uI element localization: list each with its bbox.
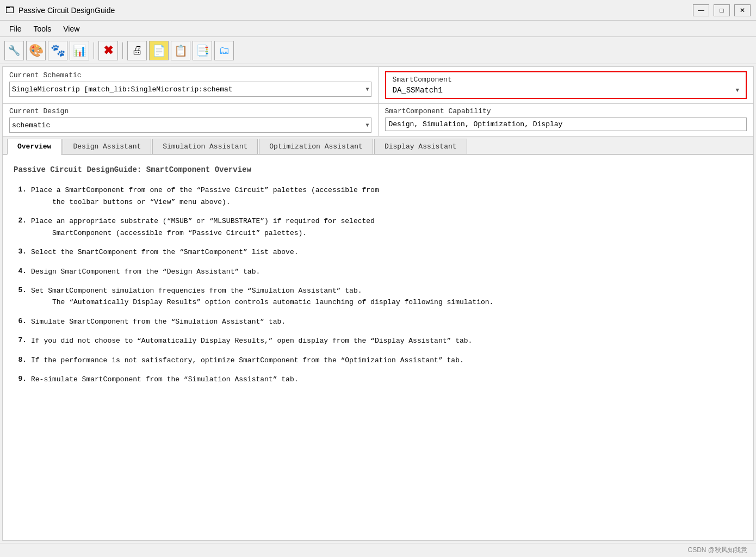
close-button[interactable]: ✕: [734, 4, 751, 16]
capability-section: SmartComponent Capability Design, Simula…: [379, 104, 754, 136]
menu-bar: File Tools View: [0, 21, 756, 37]
tab-display-assistant[interactable]: Display Assistant: [374, 139, 467, 154]
list-item: 8. If the performance is not satisfactor…: [14, 355, 742, 366]
list-text: Place a SmartComponent from one of the “…: [31, 184, 742, 208]
main-content: Current Schematic SingleMicrostrip [matc…: [2, 66, 754, 541]
toolbar-separator-2: [122, 42, 123, 59]
list-item: 1. Place a SmartComponent from one of th…: [14, 184, 742, 208]
design-select-wrapper: schematic: [9, 117, 371, 133]
capability-label: SmartComponent Capability: [385, 107, 747, 115]
delete-button[interactable]: ✖: [98, 41, 118, 60]
menu-view[interactable]: View: [58, 22, 84, 35]
schematic-section: Current Schematic SingleMicrostrip [matc…: [3, 67, 379, 103]
list-item: 7. If you did not choose to “Automatical…: [14, 335, 742, 346]
footer-watermark: CSDN @秋风知我意: [687, 546, 747, 554]
list-item: 2. Place an appropriate substrate (“MSUB…: [14, 215, 742, 239]
footer: CSDN @秋风知我意: [0, 543, 756, 557]
list-num: 5.: [14, 285, 27, 308]
list-item: 3. Select the SmartComponent from the “S…: [14, 246, 742, 258]
tab-optimization-assistant[interactable]: Optimization Assistant: [259, 139, 373, 154]
list-text: Set SmartComponent simulation frequencie…: [31, 285, 742, 308]
list-text: Design SmartComponent from the “Design A…: [31, 266, 742, 277]
design-select[interactable]: schematic: [9, 117, 371, 133]
maximize-button[interactable]: □: [714, 4, 730, 16]
title-bar-left: 🗔 Passive Circuit DesignGuide: [5, 5, 115, 15]
tab-design-assistant[interactable]: Design Assistant: [63, 139, 151, 154]
title-bar-controls: — □ ✕: [693, 4, 751, 16]
list-text: Re-simulate SmartComponent from the “Sim…: [31, 374, 742, 385]
tab-overview[interactable]: Overview: [7, 139, 61, 155]
minimize-button[interactable]: —: [693, 4, 709, 16]
design-section: Current Design schematic: [3, 104, 379, 136]
list-num: 2.: [14, 215, 27, 239]
app-icon: 🗔: [5, 5, 14, 15]
palette2-button[interactable]: 🐾: [48, 41, 67, 60]
list-num: 7.: [14, 335, 27, 346]
list-item: 4. Design SmartComponent from the “Desig…: [14, 266, 742, 277]
list-num: 4.: [14, 266, 27, 277]
palette-button[interactable]: 🎨: [26, 41, 46, 60]
schematic-label: Current Schematic: [9, 71, 371, 79]
toolbar: 🔧 🎨 🐾 📊 ✖ 🖨 📄 📋 📑 🗂: [0, 37, 756, 64]
smart-component-label: SmartComponent: [393, 76, 740, 84]
window-title: Passive Circuit DesignGuide: [18, 6, 115, 15]
content-title: Passive Circuit DesignGuide: SmartCompon…: [14, 164, 742, 176]
smart-component-box: SmartComponent DA_SSMatch1 ▼: [385, 71, 747, 99]
layers-button[interactable]: 🗂: [214, 41, 234, 60]
list-item: 5. Set SmartComponent simulation frequen…: [14, 285, 742, 308]
schematic-select-wrapper: SingleMicrostrip [match_lib:SingleMicros…: [9, 82, 371, 97]
list-text: Simulate SmartComponent from the “Simula…: [31, 316, 742, 327]
list-num: 9.: [14, 374, 27, 385]
chart-button[interactable]: 📊: [70, 41, 89, 60]
print-button[interactable]: 🖨: [127, 41, 147, 60]
tab-bar: Overview Design Assistant Simulation Ass…: [3, 137, 753, 155]
list-text: If you did not choose to “Automatically …: [31, 335, 742, 346]
design-label: Current Design: [9, 107, 371, 115]
tab-simulation-assistant[interactable]: Simulation Assistant: [152, 139, 258, 154]
list-num: 1.: [14, 184, 27, 208]
list-text: If the performance is not satisfactory, …: [31, 355, 742, 366]
capability-value: Design, Simulation, Optimization, Displa…: [389, 120, 563, 128]
overview-list: 1. Place a SmartComponent from one of th…: [14, 184, 742, 385]
menu-file[interactable]: File: [4, 22, 27, 35]
form-area: Current Schematic SingleMicrostrip [matc…: [3, 67, 753, 104]
list-num: 6.: [14, 316, 27, 327]
toolbar-separator-1: [94, 42, 94, 59]
list-num: 3.: [14, 246, 27, 258]
doc3-button[interactable]: 📑: [193, 41, 212, 60]
wrench-button[interactable]: 🔧: [4, 41, 24, 60]
list-num: 8.: [14, 355, 27, 366]
smart-component-dropdown-icon: ▼: [735, 87, 739, 94]
content-area: Passive Circuit DesignGuide: SmartCompon…: [3, 155, 753, 540]
list-item: 6. Simulate SmartComponent from the “Sim…: [14, 316, 742, 327]
smart-component-value: DA_SSMatch1: [393, 86, 443, 95]
doc2-button[interactable]: 📋: [171, 41, 190, 60]
capability-area: Current Design schematic SmartComponent …: [3, 104, 753, 137]
list-text: Place an appropriate substrate (“MSUB” o…: [31, 215, 742, 239]
doc1-button[interactable]: 📄: [149, 41, 169, 60]
menu-tools[interactable]: Tools: [29, 22, 57, 35]
list-text: Select the SmartComponent from the “Smar…: [31, 246, 742, 258]
list-item: 9. Re-simulate SmartComponent from the “…: [14, 374, 742, 385]
title-bar: 🗔 Passive Circuit DesignGuide — □ ✕: [0, 0, 756, 21]
smart-component-section: SmartComponent DA_SSMatch1 ▼: [379, 67, 754, 103]
schematic-select[interactable]: SingleMicrostrip [match_lib:SingleMicros…: [9, 82, 371, 97]
